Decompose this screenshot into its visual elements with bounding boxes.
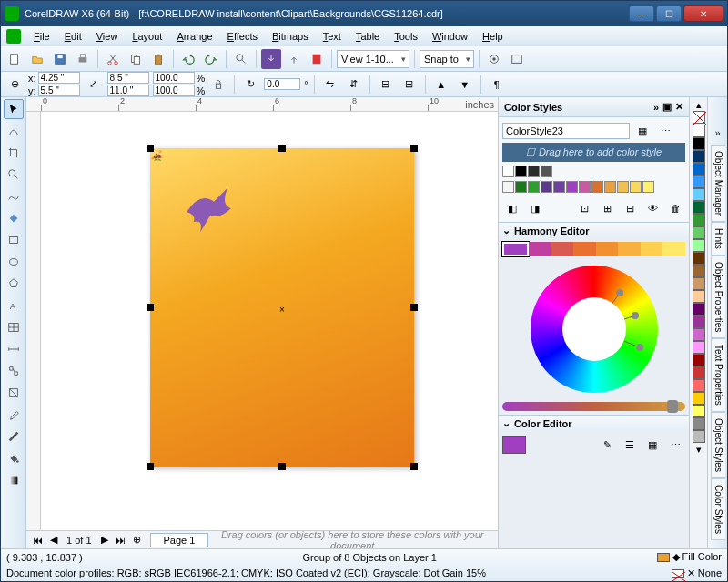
- palette-swatch[interactable]: [693, 252, 705, 265]
- new-harmony-button[interactable]: ◨: [525, 198, 545, 218]
- docker-tab-object-properties[interactable]: Object Properties: [711, 256, 725, 338]
- palette-swatch[interactable]: [693, 354, 705, 366]
- color-swatch[interactable]: [541, 166, 552, 177]
- interactive-fill-tool[interactable]: [4, 470, 24, 490]
- color-swatch[interactable]: [553, 181, 565, 193]
- first-page-button[interactable]: ⏮: [30, 533, 45, 547]
- copy-button[interactable]: [126, 49, 146, 69]
- palette-swatch[interactable]: [693, 328, 705, 341]
- palette-swatch[interactable]: [693, 316, 705, 328]
- search-button[interactable]: [231, 49, 251, 69]
- palette-swatch[interactable]: [693, 379, 705, 392]
- panel-menu-icon[interactable]: ▣: [662, 101, 672, 113]
- break-link-button[interactable]: ⊟: [620, 198, 640, 218]
- undo-button[interactable]: [178, 49, 198, 69]
- import-button[interactable]: [261, 49, 281, 69]
- mirror-v-button[interactable]: ⇵: [344, 75, 364, 95]
- add-page-button[interactable]: ⊕: [130, 533, 145, 547]
- color-swatch[interactable]: [528, 166, 540, 177]
- fill-indicator[interactable]: ◆ Fill Color: [657, 551, 722, 563]
- export-button[interactable]: [284, 49, 304, 69]
- docker-tab-object-styles[interactable]: Object Styles: [711, 412, 725, 478]
- palettes-icon[interactable]: ▦: [642, 435, 662, 455]
- paste-button[interactable]: [148, 49, 168, 69]
- menu-tools[interactable]: Tools: [387, 29, 425, 44]
- zoom-tool[interactable]: [4, 165, 24, 185]
- color-swatch[interactable]: [528, 181, 540, 193]
- docker-tab-object-manager[interactable]: Object Manager: [711, 145, 725, 222]
- palette-swatch[interactable]: [693, 176, 705, 188]
- merge-button[interactable]: ⊞: [597, 198, 617, 218]
- color-swatch[interactable]: [502, 181, 514, 193]
- mirror-h-button[interactable]: ⇋: [320, 75, 340, 95]
- color-swatch[interactable]: [515, 181, 527, 193]
- palette-swatch[interactable]: [693, 341, 705, 354]
- palette-swatch[interactable]: [693, 290, 705, 303]
- prev-page-button[interactable]: ◀: [46, 533, 61, 547]
- menu-window[interactable]: Window: [425, 29, 475, 44]
- color-style-name-input[interactable]: [502, 123, 630, 139]
- menu-arrange[interactable]: Arrange: [169, 29, 219, 44]
- delete-button[interactable]: 🗑: [665, 198, 685, 218]
- y-input[interactable]: [38, 85, 80, 96]
- palette-swatch[interactable]: [693, 239, 705, 252]
- palette-swatch[interactable]: [693, 137, 705, 150]
- menu-effects[interactable]: Effects: [220, 29, 265, 44]
- menu-file[interactable]: File: [26, 29, 57, 44]
- color-swatch[interactable]: [642, 181, 654, 193]
- zoom-combo[interactable]: View 1-10...: [337, 50, 410, 68]
- palette-swatch[interactable]: [693, 125, 705, 137]
- cut-button[interactable]: [103, 49, 123, 69]
- shape-tool[interactable]: [4, 121, 24, 141]
- publish-pdf-button[interactable]: [307, 49, 327, 69]
- palette-swatch[interactable]: [693, 150, 705, 163]
- scale-x-input[interactable]: [153, 72, 195, 84]
- harmony-strip[interactable]: [502, 242, 685, 256]
- color-wheel[interactable]: [531, 266, 658, 393]
- more-icon[interactable]: ⋯: [665, 435, 685, 455]
- outline-indicator[interactable]: ✕ None: [672, 567, 722, 579]
- menu-help[interactable]: Help: [475, 29, 511, 44]
- redo-button[interactable]: [201, 49, 221, 69]
- new-color-style-button[interactable]: ◧: [502, 198, 522, 218]
- polygon-tool[interactable]: [4, 274, 24, 294]
- sliders-icon[interactable]: ☰: [620, 435, 640, 455]
- no-color-swatch[interactable]: [693, 111, 705, 124]
- color-swatch[interactable]: [579, 181, 591, 193]
- interactive-tool[interactable]: [4, 383, 24, 403]
- palette-swatch[interactable]: [693, 226, 705, 239]
- scale-y-input[interactable]: [153, 85, 195, 96]
- view-button[interactable]: 👁: [642, 198, 662, 218]
- smart-fill-tool[interactable]: [4, 208, 24, 228]
- palette-swatch[interactable]: [693, 430, 705, 443]
- app-menu-icon[interactable]: [6, 29, 21, 44]
- palette-swatch[interactable]: [693, 303, 705, 316]
- table-tool[interactable]: [4, 317, 24, 337]
- eyedropper-icon[interactable]: ✎: [597, 435, 617, 455]
- snap-combo[interactable]: Snap to: [420, 50, 474, 68]
- palette-swatch[interactable]: [693, 366, 705, 379]
- palette-swatch[interactable]: [693, 201, 705, 214]
- panel-expand-icon[interactable]: »: [653, 102, 659, 113]
- ellipse-tool[interactable]: [4, 252, 24, 272]
- open-button[interactable]: [27, 49, 47, 69]
- palette-swatch[interactable]: [693, 265, 705, 277]
- lock-ratio-button[interactable]: [208, 75, 228, 95]
- print-button[interactable]: [73, 49, 93, 69]
- ungroup-all-button[interactable]: ⊞: [399, 75, 420, 95]
- chevron-icon[interactable]: ⌄: [502, 417, 511, 429]
- palette-swatch[interactable]: [693, 277, 705, 290]
- color-swatch[interactable]: [630, 181, 642, 193]
- chevron-icon[interactable]: ⌄: [502, 225, 511, 236]
- menu-layout[interactable]: Layout: [125, 29, 169, 44]
- panel-close-icon[interactable]: ✕: [675, 101, 683, 113]
- docker-tab-hints[interactable]: Hints: [711, 222, 725, 256]
- last-page-button[interactable]: ⏭: [114, 533, 128, 547]
- x-input[interactable]: [38, 72, 80, 84]
- launch-button[interactable]: [507, 49, 527, 69]
- height-input[interactable]: [107, 85, 149, 96]
- color-swatch[interactable]: [617, 181, 629, 193]
- eyedropper-tool[interactable]: [4, 405, 24, 425]
- wrap-text-button[interactable]: ¶: [487, 75, 507, 95]
- outline-tool[interactable]: [4, 426, 24, 447]
